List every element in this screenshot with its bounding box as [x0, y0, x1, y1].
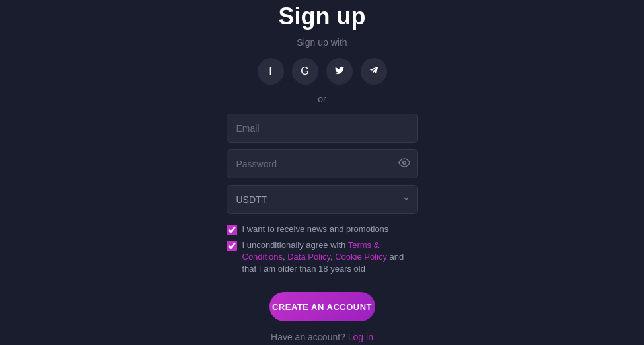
login-link[interactable]: Log in: [348, 332, 373, 342]
twitter-button[interactable]: [326, 58, 353, 85]
google-button[interactable]: G: [292, 58, 318, 85]
twitter-icon: [334, 65, 345, 78]
or-divider: or: [318, 94, 326, 104]
news-checkbox[interactable]: [227, 225, 237, 235]
news-checkbox-label: I want to receive news and promotions: [242, 223, 389, 235]
cookie-policy-link[interactable]: Cookie Policy: [335, 252, 387, 262]
signup-container: Sign up Sign up with f G or: [170, 3, 474, 343]
currency-select-wrapper: USDTT BTC ETH: [227, 185, 418, 214]
checkbox-row-2: I unconditionally agree with Terms & Con…: [227, 239, 418, 276]
svg-point-0: [402, 161, 406, 164]
telegram-icon: [369, 65, 379, 78]
page-title: Sign up: [279, 3, 366, 30]
currency-select[interactable]: USDTT BTC ETH: [227, 185, 418, 214]
facebook-button[interactable]: f: [258, 58, 284, 85]
have-account-text: Have an account?: [271, 332, 345, 342]
terms-checkbox[interactable]: [227, 241, 237, 251]
google-icon: G: [301, 65, 308, 77]
facebook-icon: f: [269, 65, 271, 77]
toggle-password-icon[interactable]: [398, 157, 410, 171]
password-field[interactable]: [227, 149, 418, 178]
login-prompt: Have an account? Log in: [271, 332, 373, 342]
checkboxes-group: I want to receive news and promotions I …: [227, 223, 418, 280]
subtitle-text: Sign up with: [297, 37, 347, 48]
create-account-button[interactable]: CREATE AN ACCOUNT: [269, 292, 375, 321]
terms-checkbox-label: I unconditionally agree with Terms & Con…: [242, 239, 418, 276]
password-wrapper: [227, 149, 418, 178]
checkbox-row-1: I want to receive news and promotions: [227, 223, 418, 235]
terms-prefix-text: I unconditionally agree with: [242, 240, 348, 250]
data-policy-link[interactable]: Data Policy: [287, 252, 330, 262]
telegram-button[interactable]: [361, 58, 387, 85]
email-field[interactable]: [227, 114, 418, 143]
social-buttons-group: f G: [258, 58, 387, 85]
